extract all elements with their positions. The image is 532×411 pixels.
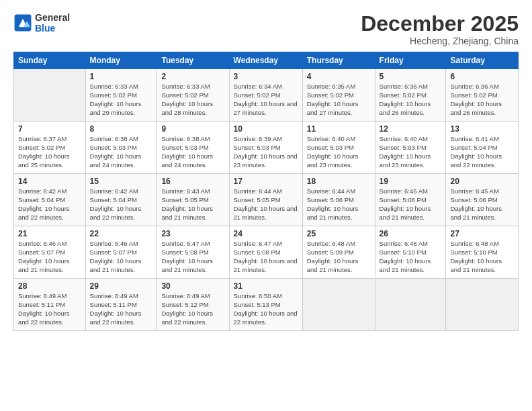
calendar-cell: 11Sunrise: 6:40 AMSunset: 5:03 PMDayligh… bbox=[302, 122, 375, 174]
day-number: 20 bbox=[450, 177, 514, 186]
calendar-cell: 18Sunrise: 6:44 AMSunset: 5:06 PMDayligh… bbox=[302, 174, 375, 226]
logo-icon bbox=[13, 13, 32, 32]
day-info: Sunrise: 6:38 AMSunset: 5:03 PMDaylight:… bbox=[90, 135, 153, 169]
calendar-cell: 26Sunrise: 6:48 AMSunset: 5:10 PMDayligh… bbox=[375, 226, 446, 279]
calendar-cell: 4Sunrise: 6:35 AMSunset: 5:02 PMDaylight… bbox=[302, 69, 375, 122]
calendar-cell: 22Sunrise: 6:46 AMSunset: 5:07 PMDayligh… bbox=[85, 226, 157, 279]
day-number: 17 bbox=[234, 177, 298, 186]
page-container: General Blue December 2025 Hecheng, Zhej… bbox=[0, 0, 532, 338]
calendar-cell: 17Sunrise: 6:44 AMSunset: 5:05 PMDayligh… bbox=[229, 174, 302, 226]
calendar-cell: 1Sunrise: 6:33 AMSunset: 5:02 PMDaylight… bbox=[85, 69, 157, 122]
day-info: Sunrise: 6:45 AMSunset: 5:06 PMDaylight:… bbox=[380, 187, 442, 222]
header-cell-sunday: Sunday bbox=[14, 52, 86, 69]
day-info: Sunrise: 6:49 AMSunset: 5:12 PMDaylight:… bbox=[161, 292, 224, 326]
header-cell-friday: Friday bbox=[375, 52, 446, 69]
day-info: Sunrise: 6:44 AMSunset: 5:06 PMDaylight:… bbox=[307, 187, 371, 222]
logo-text: General Blue bbox=[35, 12, 70, 34]
day-number: 11 bbox=[307, 124, 371, 134]
logo: General Blue bbox=[13, 12, 70, 34]
calendar-cell bbox=[446, 279, 519, 331]
calendar-cell: 2Sunrise: 6:33 AMSunset: 5:02 PMDaylight… bbox=[157, 69, 229, 122]
calendar-cell: 8Sunrise: 6:38 AMSunset: 5:03 PMDaylight… bbox=[85, 122, 157, 174]
day-number: 29 bbox=[90, 281, 153, 291]
day-info: Sunrise: 6:38 AMSunset: 5:03 PMDaylight:… bbox=[161, 135, 224, 169]
day-number: 23 bbox=[161, 229, 224, 238]
calendar-week-2: 7Sunrise: 6:37 AMSunset: 5:02 PMDaylight… bbox=[14, 122, 519, 174]
day-info: Sunrise: 6:43 AMSunset: 5:05 PMDaylight:… bbox=[161, 187, 224, 222]
calendar-body: 1Sunrise: 6:33 AMSunset: 5:02 PMDaylight… bbox=[14, 69, 519, 331]
title-block: December 2025 Hecheng, Zhejiang, China bbox=[361, 12, 519, 46]
day-number: 9 bbox=[161, 124, 224, 134]
calendar-cell bbox=[14, 69, 86, 122]
day-number: 14 bbox=[18, 177, 81, 186]
calendar-cell: 31Sunrise: 6:50 AMSunset: 5:13 PMDayligh… bbox=[229, 279, 302, 331]
calendar-cell: 7Sunrise: 6:37 AMSunset: 5:02 PMDaylight… bbox=[14, 122, 86, 174]
calendar-cell: 29Sunrise: 6:49 AMSunset: 5:11 PMDayligh… bbox=[85, 279, 157, 331]
day-info: Sunrise: 6:36 AMSunset: 5:02 PMDaylight:… bbox=[450, 83, 514, 117]
day-info: Sunrise: 6:34 AMSunset: 5:02 PMDaylight:… bbox=[234, 83, 298, 117]
calendar-cell: 30Sunrise: 6:49 AMSunset: 5:12 PMDayligh… bbox=[157, 279, 229, 331]
day-info: Sunrise: 6:49 AMSunset: 5:11 PMDaylight:… bbox=[90, 292, 153, 326]
day-info: Sunrise: 6:46 AMSunset: 5:07 PMDaylight:… bbox=[90, 240, 153, 274]
day-info: Sunrise: 6:35 AMSunset: 5:02 PMDaylight:… bbox=[307, 83, 371, 117]
day-number: 6 bbox=[450, 72, 514, 81]
day-number: 8 bbox=[90, 124, 153, 134]
day-number: 21 bbox=[18, 229, 81, 238]
day-number: 15 bbox=[90, 177, 153, 186]
day-number: 10 bbox=[234, 124, 298, 134]
day-number: 22 bbox=[90, 229, 153, 238]
location-subtitle: Hecheng, Zhejiang, China bbox=[361, 36, 519, 46]
day-info: Sunrise: 6:37 AMSunset: 5:02 PMDaylight:… bbox=[18, 135, 81, 169]
day-number: 16 bbox=[161, 177, 224, 186]
month-title: December 2025 bbox=[361, 12, 519, 36]
calendar-cell: 6Sunrise: 6:36 AMSunset: 5:02 PMDaylight… bbox=[446, 69, 519, 122]
calendar-cell: 25Sunrise: 6:48 AMSunset: 5:09 PMDayligh… bbox=[302, 226, 375, 279]
calendar-cell: 12Sunrise: 6:40 AMSunset: 5:03 PMDayligh… bbox=[375, 122, 446, 174]
day-info: Sunrise: 6:36 AMSunset: 5:02 PMDaylight:… bbox=[380, 83, 442, 117]
day-number: 31 bbox=[234, 281, 298, 291]
day-info: Sunrise: 6:44 AMSunset: 5:05 PMDaylight:… bbox=[234, 187, 298, 222]
header: General Blue December 2025 Hecheng, Zhej… bbox=[13, 12, 519, 46]
calendar-header-row: SundayMondayTuesdayWednesdayThursdayFrid… bbox=[14, 52, 519, 69]
calendar-cell: 21Sunrise: 6:46 AMSunset: 5:07 PMDayligh… bbox=[14, 226, 86, 279]
day-info: Sunrise: 6:40 AMSunset: 5:03 PMDaylight:… bbox=[380, 135, 442, 169]
calendar-cell: 9Sunrise: 6:38 AMSunset: 5:03 PMDaylight… bbox=[157, 122, 229, 174]
calendar-cell: 16Sunrise: 6:43 AMSunset: 5:05 PMDayligh… bbox=[157, 174, 229, 226]
header-cell-monday: Monday bbox=[85, 52, 157, 69]
calendar-cell: 10Sunrise: 6:39 AMSunset: 5:03 PMDayligh… bbox=[229, 122, 302, 174]
day-info: Sunrise: 6:46 AMSunset: 5:07 PMDaylight:… bbox=[18, 240, 81, 274]
day-number: 26 bbox=[380, 229, 442, 238]
calendar-cell: 19Sunrise: 6:45 AMSunset: 5:06 PMDayligh… bbox=[375, 174, 446, 226]
calendar-cell: 23Sunrise: 6:47 AMSunset: 5:08 PMDayligh… bbox=[157, 226, 229, 279]
day-info: Sunrise: 6:33 AMSunset: 5:02 PMDaylight:… bbox=[161, 83, 224, 117]
day-info: Sunrise: 6:33 AMSunset: 5:02 PMDaylight:… bbox=[90, 83, 153, 117]
header-cell-saturday: Saturday bbox=[446, 52, 519, 69]
day-number: 5 bbox=[380, 72, 442, 81]
day-info: Sunrise: 6:47 AMSunset: 5:08 PMDaylight:… bbox=[161, 240, 224, 274]
calendar-week-1: 1Sunrise: 6:33 AMSunset: 5:02 PMDaylight… bbox=[14, 69, 519, 122]
day-number: 18 bbox=[307, 177, 371, 186]
day-info: Sunrise: 6:41 AMSunset: 5:04 PMDaylight:… bbox=[450, 135, 514, 169]
day-number: 28 bbox=[18, 281, 81, 291]
day-number: 25 bbox=[307, 229, 371, 238]
day-number: 19 bbox=[380, 177, 442, 186]
calendar-cell: 5Sunrise: 6:36 AMSunset: 5:02 PMDaylight… bbox=[375, 69, 446, 122]
day-number: 7 bbox=[18, 124, 81, 134]
calendar-table: SundayMondayTuesdayWednesdayThursdayFrid… bbox=[13, 52, 519, 331]
day-info: Sunrise: 6:48 AMSunset: 5:09 PMDaylight:… bbox=[307, 240, 371, 274]
calendar-cell: 13Sunrise: 6:41 AMSunset: 5:04 PMDayligh… bbox=[446, 122, 519, 174]
calendar-cell bbox=[302, 279, 375, 331]
calendar-cell: 27Sunrise: 6:48 AMSunset: 5:10 PMDayligh… bbox=[446, 226, 519, 279]
day-info: Sunrise: 6:45 AMSunset: 5:06 PMDaylight:… bbox=[450, 187, 514, 222]
day-number: 24 bbox=[234, 229, 298, 238]
day-info: Sunrise: 6:42 AMSunset: 5:04 PMDaylight:… bbox=[18, 187, 81, 222]
day-info: Sunrise: 6:48 AMSunset: 5:10 PMDaylight:… bbox=[380, 240, 442, 274]
day-info: Sunrise: 6:40 AMSunset: 5:03 PMDaylight:… bbox=[307, 135, 371, 169]
day-number: 13 bbox=[450, 124, 514, 134]
header-cell-tuesday: Tuesday bbox=[157, 52, 229, 69]
day-info: Sunrise: 6:42 AMSunset: 5:04 PMDaylight:… bbox=[90, 187, 153, 222]
day-number: 4 bbox=[307, 72, 371, 81]
calendar-week-5: 28Sunrise: 6:49 AMSunset: 5:11 PMDayligh… bbox=[14, 279, 519, 331]
day-number: 27 bbox=[450, 229, 514, 238]
calendar-cell: 15Sunrise: 6:42 AMSunset: 5:04 PMDayligh… bbox=[85, 174, 157, 226]
